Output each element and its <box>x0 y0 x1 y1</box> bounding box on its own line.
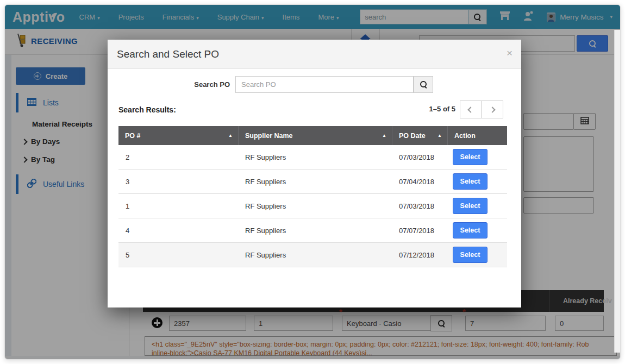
search-po-button[interactable] <box>414 76 433 93</box>
table-row: 3 RF Suppliers 07/04/2018 Select <box>118 170 507 194</box>
sort-asc-icon[interactable]: ▲ <box>228 133 233 138</box>
supplier-cell: RF Suppliers <box>238 202 392 210</box>
supplier-cell: RF Suppliers <box>238 251 392 259</box>
search-icon <box>420 81 427 88</box>
supplier-cell: RF Suppliers <box>238 227 392 235</box>
select-button[interactable]: Select <box>453 149 488 165</box>
search-po-label: Search PO <box>140 80 230 89</box>
table-row: 1 RF Suppliers 07/03/2018 Select <box>118 194 507 218</box>
select-button[interactable]: Select <box>453 222 488 239</box>
search-results-label: Search Results: <box>118 105 176 114</box>
chevron-left-icon <box>467 106 473 112</box>
next-page-button[interactable] <box>482 101 503 118</box>
supplier-cell: RF Suppliers <box>238 153 392 161</box>
chevron-right-icon <box>489 106 495 112</box>
po-number-cell: 5 <box>118 251 238 259</box>
sort-asc-icon[interactable]: ▲ <box>438 133 442 138</box>
scrollbar[interactable] <box>614 30 621 353</box>
column-header-supplier[interactable]: Supplier Name▲ <box>238 126 392 145</box>
app-window: Apptivo CRM▾ Projects Financials▾ Supply… <box>4 4 621 360</box>
po-number-cell: 3 <box>118 178 238 186</box>
po-date-cell: 07/03/2018 <box>392 153 447 161</box>
select-button[interactable]: Select <box>453 198 488 214</box>
table-row: 5 RF Suppliers 07/12/2018 Select <box>118 243 507 267</box>
screenshot-stage: Apptivo CRM▾ Projects Financials▾ Supply… <box>0 0 625 364</box>
prev-page-button[interactable] <box>460 101 482 118</box>
table-row: 2 RF Suppliers 07/03/2018 Select <box>118 145 507 170</box>
po-date-cell: 07/07/2018 <box>392 227 447 235</box>
column-header-po[interactable]: PO #▲ <box>118 126 238 145</box>
supplier-cell: RF Suppliers <box>238 178 392 186</box>
column-header-date[interactable]: PO Date▲ <box>392 126 447 145</box>
po-date-cell: 07/03/2018 <box>392 202 447 210</box>
table-header-row: PO #▲ Supplier Name▲ PO Date▲ Action <box>118 126 507 145</box>
po-date-cell: 07/04/2018 <box>392 178 447 186</box>
po-number-cell: 1 <box>118 202 238 210</box>
table-row: 4 RF Suppliers 07/07/2018 Select <box>118 218 507 243</box>
sort-asc-icon[interactable]: ▲ <box>382 133 386 138</box>
modal-header: Search and Select PO × <box>108 40 521 69</box>
select-button[interactable]: Select <box>453 173 488 190</box>
pagination-range: 1–5 of 5 <box>401 105 455 113</box>
search-po-input[interactable] <box>235 76 414 93</box>
po-number-cell: 4 <box>118 227 238 235</box>
po-date-cell: 07/12/2018 <box>392 251 447 259</box>
select-button[interactable]: Select <box>453 247 488 263</box>
po-number-cell: 2 <box>118 153 238 161</box>
pagination <box>460 101 504 118</box>
search-select-po-modal: Search and Select PO × Search PO Search … <box>108 40 521 307</box>
close-icon[interactable]: × <box>507 47 512 59</box>
column-header-action: Action <box>447 126 507 145</box>
po-results-table: PO #▲ Supplier Name▲ PO Date▲ Action 2 R… <box>118 126 507 267</box>
modal-title: Search and Select PO <box>117 48 219 60</box>
